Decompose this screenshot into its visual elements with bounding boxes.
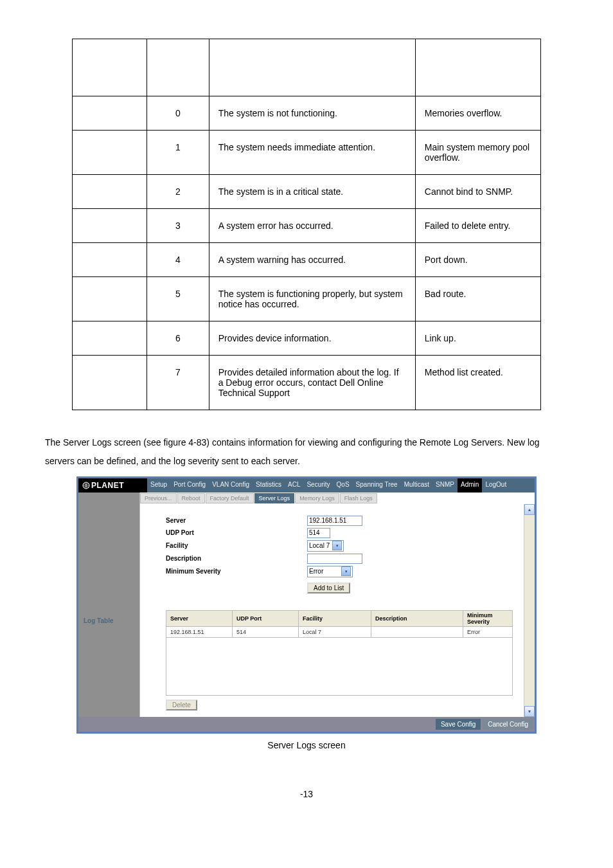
menu-security[interactable]: Security (303, 478, 333, 493)
menu-acl[interactable]: ACL (285, 478, 303, 493)
sub-factory-default[interactable]: Factory Default (206, 493, 254, 503)
figure-caption: Server Logs screen (45, 740, 568, 750)
severity-table: 0 The system is not functioning. Memorie… (72, 39, 541, 410)
description-input[interactable] (307, 554, 362, 564)
col-min-sev: Minimum Severity (463, 610, 513, 626)
log-table-heading: Log Table (78, 504, 139, 624)
menu-admin[interactable]: Admin (458, 478, 482, 493)
facility-label: Facility (166, 542, 307, 549)
scroll-up-icon[interactable]: ▴ (524, 504, 535, 515)
scroll-down-icon[interactable]: ▾ (524, 706, 535, 717)
globe-icon (82, 482, 90, 489)
chevron-down-icon: ▾ (332, 541, 342, 550)
min-sev-value: Error (309, 568, 339, 575)
sev-level: 4 (147, 243, 209, 277)
min-sev-select[interactable]: Error▾ (307, 566, 353, 577)
col-server: Server (166, 610, 233, 626)
menu-qos[interactable]: QoS (333, 478, 353, 493)
sev-desc: A system warning has occurred. (209, 243, 415, 277)
sev-level: 6 (147, 321, 209, 356)
sub-previous[interactable]: Previous... (140, 493, 177, 503)
menu-statistics[interactable]: Statistics (253, 478, 285, 493)
sev-desc: Provides detailed information about the … (209, 356, 415, 410)
brand-text: PLANET (91, 481, 124, 490)
sev-level: 0 (147, 96, 209, 131)
sub-reboot[interactable]: Reboot (177, 493, 205, 503)
table-row[interactable]: 192.168.1.51 514 Local 7 Error (166, 626, 513, 637)
sev-example: Link up. (415, 321, 540, 356)
sev-desc: The system is not functioning. (209, 96, 415, 131)
page-number: -13 (45, 789, 568, 799)
sev-level: 5 (147, 277, 209, 321)
facility-select[interactable]: Local 7▾ (307, 540, 344, 552)
server-logs-screenshot: PLANET Setup Port Config VLAN Config Sta… (76, 476, 537, 734)
sev-desc: A system error has occurred. (209, 209, 415, 243)
cell-facility: Local 7 (299, 626, 371, 637)
sev-level: 7 (147, 356, 209, 410)
cell-udp: 514 (233, 626, 299, 637)
main-menu: Setup Port Config VLAN Config Statistics… (147, 478, 535, 493)
menu-port-config[interactable]: Port Config (170, 478, 209, 493)
delete-button[interactable]: Delete (166, 700, 197, 710)
sev-example: Port down. (415, 243, 540, 277)
sev-example: Failed to delete entry. (415, 209, 540, 243)
menu-setup[interactable]: Setup (147, 478, 170, 493)
cell-desc (371, 626, 463, 637)
server-input[interactable] (307, 516, 362, 526)
col-description: Description (371, 610, 463, 626)
cell-min: Error (463, 626, 513, 637)
udp-label: UDP Port (166, 529, 307, 536)
min-sev-label: Minimum Severity (166, 568, 307, 575)
sev-level: 1 (147, 131, 209, 175)
sev-desc: The system is functioning properly, but … (209, 277, 415, 321)
menu-logout[interactable]: LogOut (482, 478, 510, 493)
description-label: Description (166, 555, 307, 562)
sev-desc: The system is in a critical state. (209, 175, 415, 209)
sev-level: 2 (147, 175, 209, 209)
menu-snmp[interactable]: SNMP (432, 478, 458, 493)
add-to-list-button[interactable]: Add to List (307, 583, 350, 593)
menu-vlan-config[interactable]: VLAN Config (209, 478, 253, 493)
scrollbar[interactable]: ▴ ▾ (524, 504, 535, 717)
save-config-button[interactable]: Save Config (436, 719, 481, 730)
chevron-down-icon: ▾ (341, 566, 351, 576)
sev-level: 3 (147, 209, 209, 243)
sev-example: Method list created. (415, 356, 540, 410)
facility-value: Local 7 (309, 542, 330, 549)
sev-example: Bad route. (415, 277, 540, 321)
sev-example: Main system memory pool overflow. (415, 131, 540, 175)
cancel-config-button[interactable]: Cancel Config (483, 719, 533, 730)
sub-server-logs[interactable]: Server Logs (254, 493, 295, 503)
brand-logo: PLANET (78, 478, 147, 493)
sev-desc: Provides device information. (209, 321, 415, 356)
sev-example: Memories overflow. (415, 96, 540, 131)
sev-example: Cannot bind to SNMP. (415, 175, 540, 209)
intro-paragraph: The Server Logs screen (see figure 4-83)… (45, 433, 568, 471)
udp-input[interactable] (307, 528, 330, 538)
col-udp: UDP Port (233, 610, 299, 626)
cell-server: 192.168.1.51 (166, 626, 233, 637)
menu-spanning-tree[interactable]: Spanning Tree (353, 478, 401, 493)
footer-bar: Save Config Cancel Config (78, 717, 535, 732)
sev-desc: The system needs immediate attention. (209, 131, 415, 175)
sub-memory-logs[interactable]: Memory Logs (295, 493, 339, 503)
sub-flash-logs[interactable]: Flash Logs (340, 493, 377, 503)
log-table: Server UDP Port Facility Description Min… (166, 610, 513, 638)
menu-multicast[interactable]: Multicast (401, 478, 432, 493)
server-label: Server (166, 517, 307, 524)
col-facility: Facility (299, 610, 371, 626)
